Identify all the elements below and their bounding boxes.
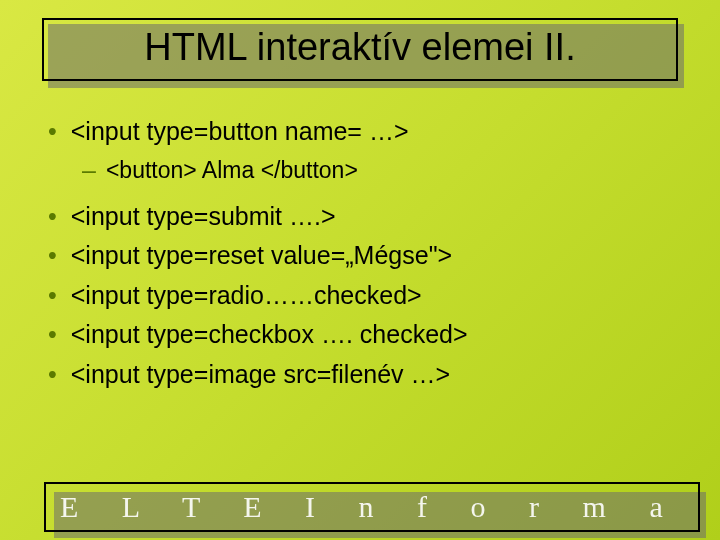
slide-title: HTML interaktív elemei II. xyxy=(54,26,666,69)
bullet-icon: • xyxy=(48,198,57,236)
bullet-item: • <input type=button name= …> xyxy=(48,113,672,151)
title-bar: HTML interaktív elemei II. xyxy=(42,18,678,81)
bullet-text: <input type=submit ….> xyxy=(71,198,336,236)
bullet-item: • <input type=checkbox …. checked> xyxy=(48,316,672,354)
title-container: HTML interaktív elemei II. xyxy=(42,18,678,81)
content-area: • <input type=button name= …> – <button>… xyxy=(48,113,672,393)
dash-icon: – xyxy=(82,153,96,188)
footer-bar: E L T E I n f o r m a t i k a xyxy=(44,482,700,532)
bullet-item: • <input type=reset value=„Mégse"> xyxy=(48,237,672,275)
bullet-text: <input type=reset value=„Mégse"> xyxy=(71,237,452,275)
bullet-text: <input type=radio……checked> xyxy=(71,277,422,315)
bullet-item: • <input type=image src=filenév …> xyxy=(48,356,672,394)
footer-text: E L T E I n f o r m a t i k a xyxy=(60,490,700,524)
footer-container: E L T E I n f o r m a t i k a xyxy=(44,482,700,532)
bullet-icon: • xyxy=(48,113,57,151)
bullet-item: • <input type=submit ….> xyxy=(48,198,672,236)
bullet-icon: • xyxy=(48,316,57,354)
bullet-icon: • xyxy=(48,277,57,315)
sub-bullet-text: <button> Alma </button> xyxy=(106,153,358,188)
slide: HTML interaktív elemei II. • <input type… xyxy=(0,18,720,540)
bullet-text: <input type=checkbox …. checked> xyxy=(71,316,468,354)
bullet-icon: • xyxy=(48,237,57,275)
bullet-icon: • xyxy=(48,356,57,394)
bullet-text: <input type=button name= …> xyxy=(71,113,409,151)
bullet-item: • <input type=radio……checked> xyxy=(48,277,672,315)
bullet-text: <input type=image src=filenév …> xyxy=(71,356,450,394)
sub-bullet-item: – <button> Alma </button> xyxy=(82,153,672,188)
